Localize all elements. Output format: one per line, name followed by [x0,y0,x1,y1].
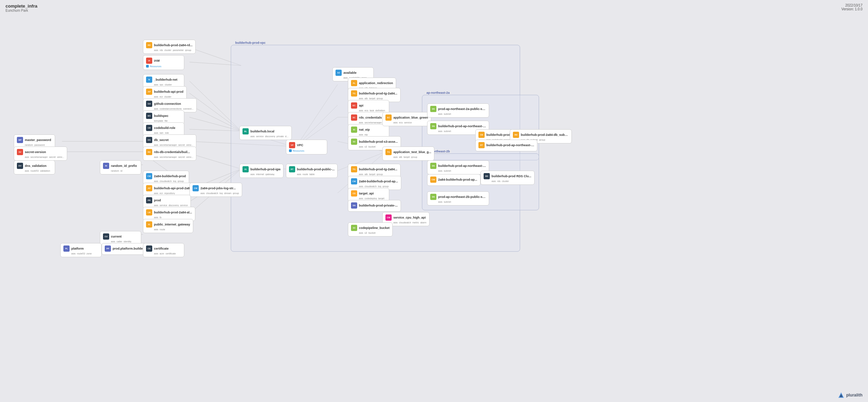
pluralith-logo-text: pluralith [846,393,862,398]
app-title: complete_infra [6,3,37,9]
prod-ap-northeast-2a-public-su-subtitle: aws_subnet [430,113,486,115]
node-public_internet_gateway[interactable]: IGpublic_internet_gatewayaws_route [143,219,193,233]
node-builderhub-prod-ap-northeast-2a-prod-ap[interactable]: RTbuilderhub-prod-ap-northeast-2a... [475,140,537,151]
builderhub-local-title: builderhub.local [250,130,275,133]
builderhub-api-prod-title: builderhub-api-prod [154,90,184,93]
node-builderhub-prod-RDS-Clu[interactable]: RDbuilderhub-prod RDS Clu...aws_rds_clus… [480,171,535,185]
builderhub-api-prod-2a8-subtitle: aws_ecr_repository [146,192,192,194]
node-dns_validation[interactable]: DVdns_validationaws_route53_validation [14,160,55,174]
node-builderhub-prod-2a84-rd[interactable]: RDbuilderhub-prod-2a84-rd...aws_rds_clus… [143,40,196,54]
2a84-builderhub-prod-ap-subtitle: aws_cloudwatch_log_group [351,185,398,188]
public_internet_gateway-title: public_internet_gateway [154,223,190,226]
builderhub-prod-private-icon: SN [351,202,357,209]
node-random_id_prefix[interactable]: RIrandom_id_prefixrandom_id [100,160,141,174]
prod-ap-northeast-2a-public-su-title: prod-ap-northeast-2a-public-su... [438,107,486,111]
node-builderhub-prod-public[interactable]: RTbuilderhub-prod-public-...aws_route_ta… [286,164,338,178]
2a84-prod-jobs-log-str-icon: CW [193,185,199,191]
api-icon: EC [351,102,357,109]
github-connection-subtitle: aws_codestarconnections_connect... [146,108,194,110]
2a84-builderhub-prod-subtitle: aws_cloudwatch_log_group [146,180,186,182]
secret-version-subtitle: aws_secretsmanager_secret_versi... [17,156,64,158]
node-prod-ap-northeast-2a-public-su[interactable]: SNprod-ap-northeast-2a-public-su...aws_s… [427,103,489,118]
db_secret-icon: DS [146,137,152,143]
2a84-builderhub-prod-ap-2b-icon: CW [430,177,436,183]
top-right-info: 2022/10/17 Version: 1.0.0 [841,3,862,11]
codebuild-role-subtitle: aws_iam_role [146,132,181,134]
app-header: complete_infra Eunchum Park [6,3,37,12]
node-rds-db-credentials[interactable]: RDrds-db-credentials/buil...aws_secretsm… [143,147,196,161]
prod-title: prod [154,199,161,202]
application_blue_green-subtitle: aws_ecs_service [385,121,428,124]
prod-ap-northeast-2b-public-su-subtitle: aws_subnet [430,201,486,203]
bottom-bar: pluralith [838,392,862,399]
node-secret-version[interactable]: SVsecret-versionaws_secretsmanager_secre… [14,147,67,161]
node-certificate[interactable]: CEcertificateaws_acm_certificate [143,243,184,257]
node-2a84-builderhub-prod-ap-2b[interactable]: CW2a84-builderhub-prod-ap... [427,174,480,186]
node-application_test_blue_g[interactable]: TGapplication_test_blue_g...aws_alb_targ… [382,147,434,161]
builderhub-prod-igw-subtitle: aws_internet_gateway [242,173,280,175]
builderhub-prod-2a84-rd-icon: RD [146,42,152,48]
builderhub-prod-ap-northeast-2a-prod-ap-icon: RT [478,142,485,148]
api-title: api [359,104,363,107]
node-builderhub-local[interactable]: BLbuilderhub.localaws_service_discovery_… [239,126,292,140]
vpc-resource-resources: Resources [289,149,324,152]
builderhub-prod-2a84-al-subtitle: aws_lb [146,216,192,219]
builderhub-prod-tg-2a84-2-subtitle: aws_alb_target_group [351,173,397,175]
rds_credentials-icon: SC [351,114,357,121]
app-subtitle: Eunchum Park [6,9,37,12]
prod-icon: PR [146,197,152,203]
builderhub-prod-RDS-Clu-icon: RD [484,173,490,179]
master_password-title: master_password [25,138,51,142]
node-builderhub-prod-igw[interactable]: IGbuilderhub-prod-igwaws_internet_gatewa… [239,164,283,178]
buildspec-title: buildspec [154,114,168,118]
builderhub-prod-s3-asse-icon: S3 [351,139,357,145]
service_cpu_high_api-icon: CW [385,214,392,221]
node-2a84-prod-jobs-log-str[interactable]: CW2a84-prod-jobs-log-str...aws_cloudwatc… [189,183,242,197]
nat_eip-title: nat_eip [359,128,370,131]
codepipeline_bucket-icon: S3 [351,225,357,231]
application_test_blue_g-icon: TG [385,149,392,155]
node-builderhub-prod-ap-northeast-2b-private-subnet[interactable]: SNbuilderhub-prod-ap-northeast-2b-privat… [427,160,489,174]
builderhub-prod-private-title: builderhub-prod-private-... [359,204,398,207]
current-subtitle: aws_caller_identity [103,240,138,243]
github-connection-title: github-connection [154,102,181,105]
node-codepipeline_bucket[interactable]: S3codepipeline_bucketaws_s3_bucket [348,222,393,237]
builderhub-local-icon: BL [242,128,249,134]
builderhub-prod-igw-icon: IG [242,166,249,172]
builderhub-prod-tg-2a84-icon: TG [351,90,357,97]
platform-icon: PL [63,245,70,252]
node-iam[interactable]: IAIAMResources [143,55,184,70]
2a84-prod-jobs-log-str-subtitle: aws_cloudwatch_log_stream_group [193,192,239,194]
current-title: current [111,235,122,238]
2a84-prod-jobs-log-str-title: 2a84-prod-jobs-log-str... [200,187,236,190]
pluralith-icon [838,392,845,399]
buildspec-subtitle: template_file [146,120,181,122]
node-prod-ap-northeast-2b-public-su[interactable]: SNprod-ap-northeast-2b-public-su...aws_s… [427,191,489,205]
node-vpc-resource[interactable]: VPVPCResources [286,140,327,154]
builderhub-prod-ap-northeast-2b-private-subnet-subtitle: aws_subnet [430,170,486,172]
builderhub-prod-tg-2a84-2-title: builderhub-prod-tg-2a84... [359,168,397,171]
target_api-title: target_api [359,192,374,195]
available-title: available [343,71,356,74]
builderhub-prod-2a84-api-cod-icon: CB [478,132,485,138]
prod-platform-builderhu-icon: PP [105,245,111,252]
builderhub-prod-ap-northeast-2a-private-subnet-icon: SN [430,123,436,129]
node-builderhub-prod-private[interactable]: SNbuilderhub-prod-private-... [348,200,401,212]
api-subtitle: aws_ecs_task_definition [351,109,386,112]
codepipeline_bucket-subtitle: aws_s3_bucket [351,232,390,234]
builderhub-prod-ap-northeast-2b-private-subnet-icon: SN [430,163,436,169]
dns_validation-icon: DV [17,163,23,169]
builderhub-net-title: _builderhub-net [154,78,177,81]
codebuild-role-title: codebuild-role [154,126,175,130]
secret-version-icon: SV [17,149,23,155]
version-label: Version: 1.0.0 [841,7,862,11]
builderhub-prod-tg-2a84-subtitle: aws_alb_target_group [351,97,397,100]
node-application_blue_green[interactable]: ECapplication_blue_greenaws_ecs_service [382,112,431,126]
builderhub-prod-2a84-db_subnet_group-icon: RD [513,132,519,138]
rds-db-credentials-subtitle: aws_secretsmanager_secret_versi... [146,156,193,158]
builderhub-prod-RDS-Clu-subtitle: aws_rds_cluster [484,180,531,182]
node-platform[interactable]: PLplatformaws_route53_zone [60,243,102,257]
canvas: builderhub-prod-vpc ap-northeast-2a ap-n… [0,17,868,400]
builderhub-prod-2a84-al-title: builderhub-prod-2a84-al... [154,211,192,214]
application_blue_green-icon: EC [385,114,392,121]
